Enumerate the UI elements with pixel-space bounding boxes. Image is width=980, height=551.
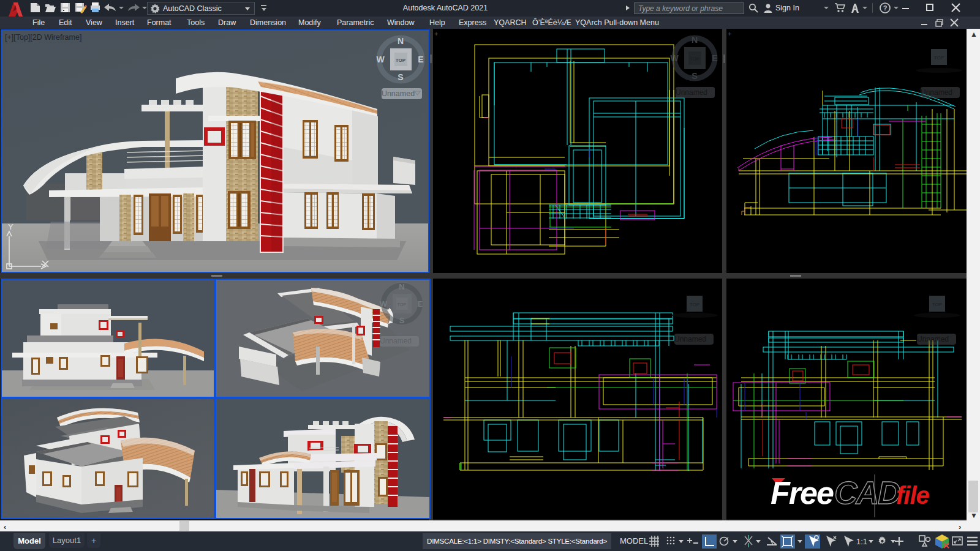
svg-text:Unnamed: Unnamed <box>380 337 412 345</box>
svg-text:W: W <box>376 54 385 64</box>
svg-text:S: S <box>398 72 403 82</box>
svg-text:Unnamed: Unnamed <box>676 88 707 97</box>
svg-text:CAD: CAD <box>834 475 900 511</box>
svg-text:E: E <box>418 54 423 64</box>
svg-text:file: file <box>896 482 930 509</box>
svg-text:TOP: TOP <box>690 56 699 62</box>
svg-text:W: W <box>380 299 388 309</box>
svg-text:E: E <box>712 53 717 63</box>
svg-text:N: N <box>398 36 404 46</box>
svg-text:?: ? <box>883 4 888 12</box>
svg-text:Unnamed: Unnamed <box>917 335 949 343</box>
svg-text:N: N <box>399 282 404 291</box>
svg-text:S: S <box>692 71 697 81</box>
svg-text:TOP: TOP <box>396 58 406 63</box>
svg-text:Unnamed: Unnamed <box>382 89 415 98</box>
svg-text:N: N <box>692 35 698 45</box>
svg-text:Free: Free <box>771 475 834 511</box>
svg-text:Unnamed: Unnamed <box>674 335 706 343</box>
svg-text:TOP: TOP <box>932 302 942 307</box>
svg-text:Unnamed: Unnamed <box>921 88 952 97</box>
svg-text:E: E <box>418 299 423 309</box>
svg-text:[+][Top][2D Wireframe]: [+][Top][2D Wireframe] <box>5 33 81 42</box>
svg-text:W: W <box>670 53 679 63</box>
svg-text:+: + <box>434 30 438 37</box>
svg-text:TOP: TOP <box>934 55 944 61</box>
svg-text:Y: Y <box>8 222 13 231</box>
svg-text:1:1: 1:1 <box>856 537 867 546</box>
svg-text:+: + <box>728 30 731 37</box>
svg-text:S: S <box>399 316 405 325</box>
svg-text:TOP: TOP <box>398 302 407 307</box>
svg-text:TOP: TOP <box>690 302 699 307</box>
